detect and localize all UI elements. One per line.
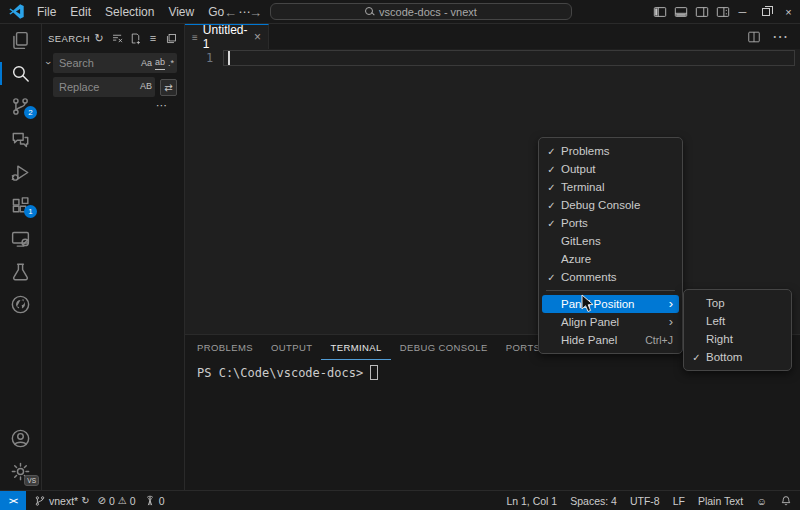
status-bar: >< vnext* ↻ ⊘ 0 ⚠ 0 0 Ln 1, Col 1 Spaces… [0, 490, 800, 510]
terminal-cursor [370, 365, 378, 380]
split-editor-icon[interactable] [747, 30, 761, 44]
close-tab-icon[interactable]: × [254, 30, 261, 44]
panel-tab-terminal[interactable]: TERMINAL [321, 335, 390, 360]
activity-testing[interactable] [0, 255, 41, 288]
menu-item-comments[interactable]: ✓ Comments [542, 268, 679, 286]
remote-indicator[interactable]: >< [0, 491, 26, 510]
activity-explorer[interactable] [0, 24, 41, 57]
chevron-down-icon: › [44, 61, 52, 64]
text-cursor [228, 51, 230, 65]
panel-tab-problems[interactable]: PROBLEMS [188, 335, 262, 360]
radio-tower-icon [144, 495, 156, 507]
menu-edit[interactable]: Edit [63, 1, 98, 23]
check-icon: ✓ [687, 352, 706, 363]
language-mode-status[interactable]: Plain Text [698, 495, 743, 507]
menu-item-output[interactable]: ✓ Output [542, 160, 679, 178]
panel-tab-debug-console[interactable]: DEBUG CONSOLE [391, 335, 497, 360]
activity-extensions[interactable]: 1 [0, 189, 41, 222]
activity-remote-explorer[interactable] [0, 222, 41, 255]
preserve-case-icon[interactable]: AB [140, 80, 152, 93]
nav-forward-icon[interactable]: → [249, 5, 262, 20]
editor-group: ≡ Untitled-1 × ⋯ 1 [185, 24, 800, 334]
branch-status[interactable]: vnext* ↻ [34, 495, 90, 507]
title-bar: File Edit Selection View Go ⋯ ← → vscode… [0, 0, 800, 24]
mouse-cursor [581, 294, 595, 314]
activity-chat[interactable] [0, 123, 41, 156]
activity-accounts[interactable] [0, 422, 41, 455]
menu-view[interactable]: View [161, 1, 201, 23]
branch-name: vnext* [49, 495, 78, 507]
menu-selection[interactable]: Selection [98, 1, 161, 23]
vscode-logo-icon [9, 4, 24, 19]
nav-back-icon[interactable]: ← [224, 5, 237, 20]
toggle-panel-icon[interactable] [674, 5, 688, 19]
sync-icon: ↻ [81, 495, 89, 506]
menu-item-problems[interactable]: ✓ Problems [542, 142, 679, 160]
refresh-icon[interactable]: ↻ [91, 30, 107, 46]
command-center-label: vscode-docs - vnext [379, 6, 477, 18]
submenu-item-top[interactable]: Top [687, 294, 788, 312]
editor-more-actions-icon[interactable]: ⋯ [772, 27, 788, 46]
eol-status[interactable]: LF [673, 495, 685, 507]
menu-item-hide-panel[interactable]: Hide Panel Ctrl+J [542, 331, 679, 349]
check-icon: ✓ [542, 218, 561, 229]
terminal[interactable]: PS C:\Code\vscode-docs> [197, 365, 378, 380]
activity-run-debug[interactable] [0, 156, 41, 189]
activity-source-control[interactable]: 2 [0, 90, 41, 123]
toggle-sidebar-icon[interactable] [653, 5, 667, 19]
menu-item-azure[interactable]: Azure [542, 250, 679, 268]
menu-item-ports[interactable]: ✓ Ports [542, 214, 679, 232]
vscode-window: File Edit Selection View Go ⋯ ← → vscode… [0, 0, 800, 510]
close-window-button[interactable]: × [777, 0, 800, 24]
cursor-position-status[interactable]: Ln 1, Col 1 [506, 495, 557, 507]
command-center-search[interactable]: vscode-docs - vnext [270, 3, 572, 20]
customize-layout-icon[interactable] [716, 5, 730, 19]
replace-all-button[interactable]: ⇄ [160, 79, 177, 96]
warning-icon: ⚠ [118, 495, 127, 506]
files-icon [10, 30, 31, 51]
expand-all-icon[interactable]: ≡ [145, 30, 161, 46]
activity-settings[interactable]: VS [0, 455, 41, 488]
activity-github[interactable] [0, 288, 41, 321]
match-case-icon[interactable]: Aa [141, 57, 152, 70]
minimize-button[interactable]: ─ [731, 0, 754, 24]
tab-bar: ≡ Untitled-1 × ⋯ [185, 24, 800, 49]
ports-status[interactable]: 0 [144, 495, 165, 507]
tab-untitled-1[interactable]: ≡ Untitled-1 × [185, 24, 269, 49]
toggle-replace-button[interactable]: › [42, 53, 53, 112]
submenu-item-right[interactable]: Right [687, 330, 788, 348]
menu-item-panel-position[interactable]: Panel Position › [542, 295, 679, 313]
search-icon [10, 63, 31, 84]
encoding-status[interactable]: UTF-8 [630, 495, 660, 507]
terminal-prompt: PS C:\Code\vscode-docs> [197, 366, 363, 380]
settings-vs-badge: VS [24, 475, 39, 486]
menu-item-terminal[interactable]: ✓ Terminal [542, 178, 679, 196]
restore-button[interactable] [754, 0, 777, 24]
feedback-icon[interactable]: ☺ [756, 495, 767, 507]
open-in-editor-icon[interactable] [163, 30, 179, 46]
clear-search-results-icon[interactable] [109, 30, 125, 46]
indentation-status[interactable]: Spaces: 4 [570, 495, 617, 507]
error-count: 0 [109, 495, 115, 507]
search-details-toggle[interactable]: ⋯ [53, 97, 177, 112]
menu-item-debug-console[interactable]: ✓ Debug Console [542, 196, 679, 214]
comment-discussion-icon [10, 129, 31, 150]
source-control-badge: 2 [24, 106, 37, 119]
new-search-editor-icon[interactable] [127, 30, 143, 46]
submenu-item-left[interactable]: Left [687, 312, 788, 330]
activity-search[interactable] [0, 57, 41, 90]
toggle-secondary-sidebar-icon[interactable] [695, 5, 709, 19]
check-icon: ✓ [542, 146, 561, 157]
github-icon [10, 294, 31, 315]
menu-file[interactable]: File [30, 1, 63, 23]
regex-icon[interactable]: .* [168, 57, 174, 70]
problems-status[interactable]: ⊘ 0 ⚠ 0 [98, 495, 136, 507]
notifications-bell-icon[interactable] [780, 495, 792, 507]
submenu-item-bottom[interactable]: ✓ Bottom [687, 348, 788, 366]
menu-item-gitlens[interactable]: GitLens [542, 232, 679, 250]
submenu-arrow-icon: › [669, 317, 673, 327]
match-whole-word-icon[interactable]: ab [155, 56, 165, 70]
menu-item-align-panel[interactable]: Align Panel › [542, 313, 679, 331]
file-icon: ≡ [192, 32, 198, 43]
panel-tab-output[interactable]: OUTPUT [262, 335, 321, 360]
